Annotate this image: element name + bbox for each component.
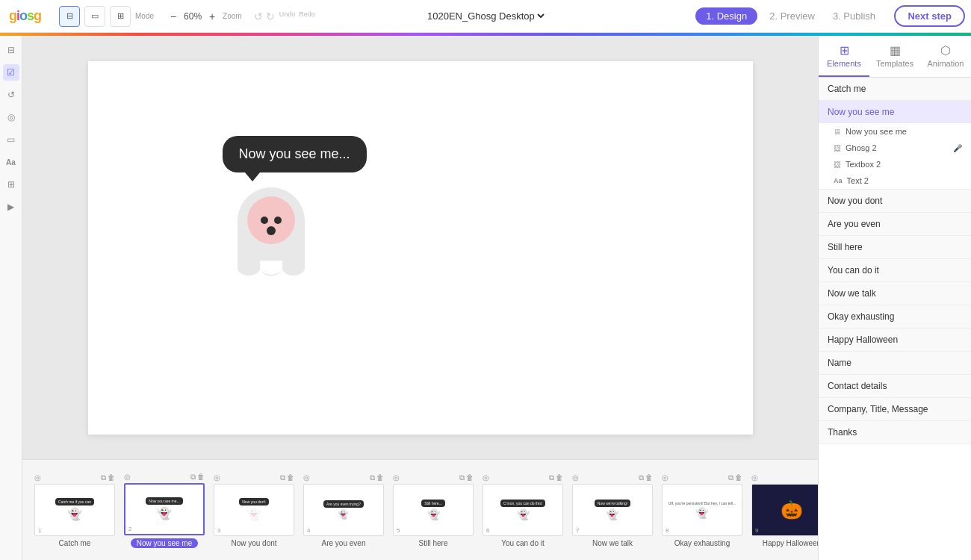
thumb-target-1[interactable]: ◎ [34,473,41,482]
tree-header-contact-details[interactable]: Contact details [819,375,971,397]
thumb-delete-7[interactable]: 🗑 [645,473,653,482]
thumb-target-5[interactable]: ◎ [393,473,400,482]
tree-header-now-we-talk[interactable]: Now we talk [819,282,971,305]
tree-item-textbox-2[interactable]: 🖼 Textbox 2 [819,156,971,172]
left-icon-check[interactable]: ☑ [3,64,19,81]
tree-header-thanks[interactable]: Thanks [819,421,971,444]
filmstrip-item-7[interactable]: ◎ ⧉ 🗑 Now we're talking! 👻 7 Now we talk [568,470,657,550]
thumb-target-9[interactable]: ◎ [751,473,758,482]
thumb-copy-3[interactable]: ⧉ [280,473,285,482]
mode-btn-2[interactable]: ▭ [84,6,105,27]
thumb-delete-8[interactable]: 🗑 [735,473,742,482]
thumb-delete-1[interactable]: 🗑 [108,473,115,482]
filmstrip-item-6[interactable]: ◎ ⧉ 🗑 C'mon, you can do this! 👻 6 You ca… [478,470,568,550]
thumb-delete-2[interactable]: 🗑 [197,473,205,482]
thumb-7[interactable]: Now we're talking! 👻 7 [572,484,653,536]
filmstrip-item-2[interactable]: ◎ ⧉ 🗑 Now you see me... 👻 2 Now you see … [120,470,209,551]
left-icon-rect[interactable]: ▭ [3,131,19,148]
tree-item-text-2[interactable]: Aa Text 2 [819,172,971,189]
tree-header-you-can-do-it[interactable]: You can do it [819,259,971,281]
zoom-out-btn[interactable]: − [166,9,181,24]
left-icon-circle[interactable]: ◎ [3,109,19,125]
tree-header-name[interactable]: Name [819,352,971,374]
device-selector[interactable]: 1020EN_Ghosg Desktop [424,10,547,22]
ghost-eye-left [261,217,268,224]
thumb-target-8[interactable]: ◎ [662,473,668,482]
step-preview[interactable]: 2. Preview [763,7,821,25]
thumb-delete-5[interactable]: 🗑 [466,473,474,482]
redo-btn[interactable]: ↻ [266,10,275,22]
thumb-delete-3[interactable]: 🗑 [287,473,294,482]
filmstrip-item-1[interactable]: ◎ ⧉ 🗑 Catch me if you can 👻 1 Catch me [30,470,120,550]
filmstrip-item-9[interactable]: ◎ ⧉ 🗑 🎃 9 Happy Halloween [747,470,818,550]
step-design[interactable]: 1. Design [695,7,757,25]
filmstrip-item-3[interactable]: ◎ ⧉ 🗑 Now you don't 👻 3 Now you dont [209,470,299,550]
thumb-target-2[interactable]: ◎ [124,473,131,481]
tab-animation[interactable]: ⬡ Animation [920,36,971,77]
filmstrip-item-8[interactable]: ◎ ⧉ 🗑 Uff, you're persistent! But hey, I… [657,470,747,550]
undo-btn[interactable]: ↺ [254,10,263,22]
tree-header-still-here[interactable]: Still here [819,236,971,258]
tree-header-happy-halloween[interactable]: Happy Halloween [819,329,971,351]
tree-section-name: Name [819,352,971,375]
thumb-actions-8: ◎ ⧉ 🗑 [662,473,742,482]
thumb-target-4[interactable]: ◎ [303,473,310,482]
thumb-3-number: 3 [217,527,220,534]
left-icon-text[interactable]: Aa [3,154,19,170]
thumb-2-bubble: Now you see me... [146,497,182,505]
tree-header-catch-me[interactable]: Catch me [819,78,971,100]
thumb-target-3[interactable]: ◎ [214,473,220,482]
left-icon-media[interactable]: ⊞ [3,176,19,193]
tab-elements[interactable]: ⊞ Elements [819,36,869,77]
tree-item-screen[interactable]: 🖥 Now you see me [819,123,971,140]
left-icon-undo[interactable]: ↺ [3,87,19,103]
tree-header-are-you-even[interactable]: Are you even [819,213,971,235]
tree-header-company-title-message[interactable]: Company, Title, Message [819,398,971,420]
left-icon-play[interactable]: ▶ [3,199,19,215]
thumb-copy-4[interactable]: ⧉ [370,473,375,482]
tree-item-ghosg-2[interactable]: 🖼 Ghosg 2 🎤 [819,140,971,156]
thumb-copy-6[interactable]: ⧉ [549,473,554,482]
mode-label: Mode [135,12,154,20]
mode-btn-1[interactable]: ⊟ [59,6,80,27]
tree-header-now-you-dont[interactable]: Now you dont [819,190,971,212]
thumb-3[interactable]: Now you don't 👻 3 [214,484,294,536]
steps-group: 1. Design 2. Preview 3. Publish [695,7,881,25]
thumb-delete-4[interactable]: 🗑 [376,473,384,482]
tree-header-okay-exhausting[interactable]: Okay exhausting [819,305,971,328]
thumb-2[interactable]: Now you see me... 👻 2 [124,483,205,535]
thumb-copy-1[interactable]: ⧉ [101,473,106,482]
thumb-copy-7[interactable]: ⧉ [639,473,644,482]
left-icon-grid[interactable]: ⊟ [3,42,19,58]
panel-tree: Catch me Now you see me 🖥 Now you see me… [819,78,971,560]
thumb-8-number: 8 [666,527,668,534]
next-step-button[interactable]: Next step [894,5,965,27]
left-sidebar: ⊟ ☑ ↺ ◎ ▭ Aa ⊞ ▶ Help [0,36,22,560]
thumb-5[interactable]: Still here... 👻 5 [393,484,474,536]
thumb-target-6[interactable]: ◎ [483,473,489,482]
thumb-5-bubble: Still here... [421,500,445,507]
thumb-1[interactable]: Catch me if you can 👻 1 [34,484,115,536]
thumb-7-number: 7 [576,527,579,534]
tree-header-now-you-see-me[interactable]: Now you see me [819,101,971,123]
thumb-copy-2[interactable]: ⧉ [190,473,196,482]
thumb-copy-8[interactable]: ⧉ [728,473,733,482]
filmstrip-item-4[interactable]: ◎ ⧉ 🗑 Are you even trying? 👻 4 Are you e… [299,470,388,550]
zoom-in-btn[interactable]: + [205,9,220,24]
tab-templates[interactable]: ▦ Templates [869,36,920,77]
thumb-delete-6[interactable]: 🗑 [556,473,563,482]
ghost-body [238,187,305,262]
thumb-8[interactable]: Uff, you're persistent! But hey, I can t… [662,484,742,536]
filmstrip-item-5[interactable]: ◎ ⧉ 🗑 Still here... 👻 5 Still here [388,470,478,550]
thumb-6[interactable]: C'mon, you can do this! 👻 6 [483,484,563,536]
step-publish[interactable]: 3. Publish [827,7,881,25]
thumb-4[interactable]: Are you even trying? 👻 4 [303,484,384,536]
thumb-1-number: 1 [38,527,41,534]
thumb-8-content: Uff, you're persistent! But hey, I can t… [667,500,738,520]
thumb-target-7[interactable]: ◎ [572,473,579,482]
thumb-6-number: 6 [486,527,489,534]
elements-icon: ⊞ [840,43,849,57]
thumb-9[interactable]: 🎃 9 [751,484,818,536]
thumb-copy-5[interactable]: ⧉ [459,473,465,482]
mode-btn-3[interactable]: ⊞ [110,6,131,27]
